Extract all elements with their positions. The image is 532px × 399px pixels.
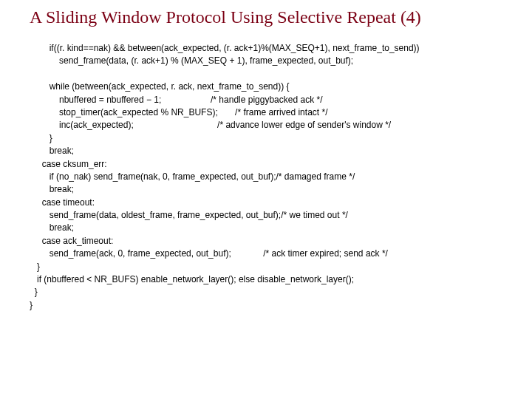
slide-title: A Sliding Window Protocol Using Selectiv… [30,7,517,27]
code-line: } [30,133,52,143]
code-line: case ack_timeout: [30,236,113,246]
code-block: if((r. kind==nak) && between(ack_expecte… [30,42,517,312]
code-line: send_frame(data, (r. ack+1) % (MAX_SEQ +… [30,55,353,66]
code-line: while (between(ack_expected, r. ack, nex… [30,81,290,92]
code-line: break; [30,222,74,233]
code-line: case cksum_err: [30,159,107,169]
code-line: inc(ack_expected); /* advance lower edge… [30,120,391,130]
slide: A Sliding Window Protocol Using Selectiv… [0,0,532,399]
code-line: if (no_nak) send_frame(nak, 0, frame_exp… [30,171,355,182]
code-line: case timeout: [30,197,95,208]
code-line: if (nbuffered < NR_BUFS) enable_network_… [30,274,354,284]
code-line: send_frame(data, oldest_frame, frame_exp… [30,210,348,220]
code-line: break; [30,184,74,194]
code-line: if((r. kind==nak) && between(ack_expecte… [30,43,420,53]
code-line: send_frame(ack, 0, frame_expected, out_b… [30,248,388,259]
code-line: break; [30,146,74,156]
code-line: } [30,287,38,297]
code-line: nbuffered = nbuffered − 1; /* handle pig… [30,95,322,105]
code-line: } [30,300,33,310]
code-line: } [30,262,40,272]
code-line: stop_timer(ack_expected % NR_BUFS); /* f… [30,107,327,117]
